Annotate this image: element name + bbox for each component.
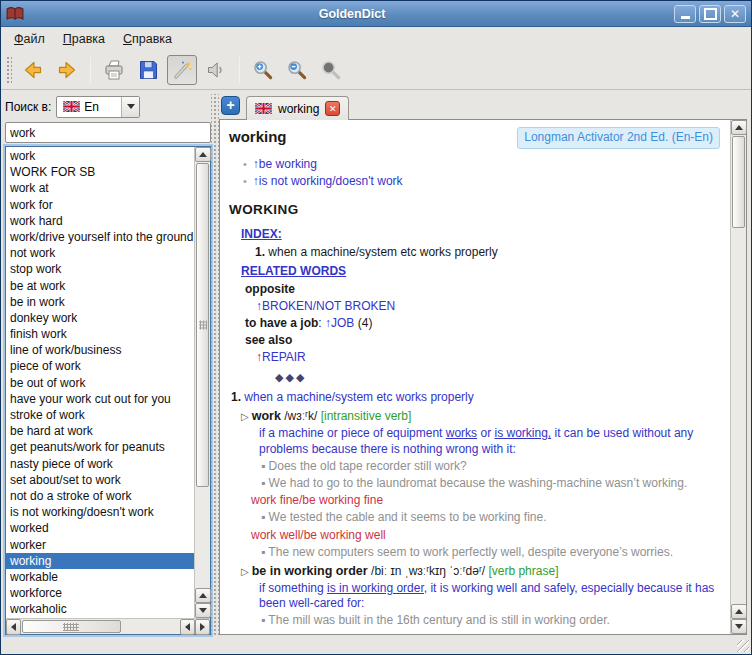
scroll-down-icon[interactable]	[195, 603, 211, 618]
zoom-reset-button[interactable]	[316, 55, 346, 85]
maximize-button[interactable]	[699, 5, 721, 23]
word-list-box: workWORK FOR SBwork atwork forwork hardw…	[5, 146, 211, 635]
scan-popup-wand-button[interactable]	[167, 55, 197, 85]
hscroll-thumb[interactable]	[22, 620, 121, 633]
list-item[interactable]: piece of work	[6, 358, 194, 374]
scroll-left-icon[interactable]	[6, 619, 21, 635]
search-input[interactable]	[5, 122, 211, 143]
scroll-up-icon[interactable]	[731, 604, 747, 619]
close-button[interactable]	[724, 5, 746, 23]
back-icon	[21, 58, 45, 82]
forward-button[interactable]	[52, 55, 82, 85]
list-item[interactable]: workaholic	[6, 601, 194, 617]
list-item[interactable]: line of work/business	[6, 342, 194, 358]
list-item[interactable]: worked	[6, 520, 194, 536]
zoom-out-icon	[285, 58, 309, 82]
word-list-vscrollbar[interactable]	[194, 147, 210, 618]
list-item[interactable]: work for	[6, 197, 194, 213]
scroll-up-icon[interactable]	[731, 120, 747, 135]
add-tab-button[interactable]: +	[221, 96, 240, 115]
list-item[interactable]: be hard at work	[6, 423, 194, 439]
list-item[interactable]: workforce	[6, 585, 194, 601]
entry-be-in-working-order: ▷be in working order /biː ɪn ˌwɜːʳkɪŋ ˈɔ…	[229, 563, 720, 629]
list-item[interactable]: work hard	[6, 213, 194, 229]
window-title: GoldenDict	[30, 7, 674, 21]
list-item[interactable]: be in work	[6, 294, 194, 310]
tab-working[interactable]: working ✕	[246, 96, 349, 120]
list-item[interactable]: be out of work	[6, 375, 194, 391]
def-link[interactable]: is in working order,	[327, 581, 427, 595]
zoom-in-button[interactable]	[248, 55, 278, 85]
menu-help[interactable]: Справка	[116, 29, 179, 49]
article-pane: + working ✕ working	[219, 94, 747, 635]
dictionary-badge[interactable]: Longman Activator 2nd Ed. (En-En)	[517, 127, 720, 149]
article-vscrollbar[interactable]	[730, 120, 746, 634]
job-link[interactable]: ↑JOB	[325, 316, 354, 330]
def-link[interactable]: works	[446, 426, 477, 440]
index-link[interactable]: INDEX:	[241, 227, 282, 241]
dictionary-group-select[interactable]: En	[56, 96, 140, 118]
top-link[interactable]: ↑be working	[253, 157, 317, 171]
menu-edit[interactable]: Правка	[56, 29, 112, 49]
minimize-button[interactable]	[674, 5, 696, 23]
main-area: Поиск в: En	[1, 90, 751, 637]
list-item[interactable]: have your work cut out for you	[6, 391, 194, 407]
list-item[interactable]: workable	[6, 569, 194, 585]
repair-link[interactable]: ↑REPAIR	[256, 350, 306, 364]
zoom-base-icon	[319, 58, 343, 82]
vscroll-thumb[interactable]	[732, 136, 745, 228]
opposite-link[interactable]: ↑BROKEN/NOT BROKEN	[256, 299, 395, 313]
toolbar-drag-handle[interactable]	[5, 55, 12, 85]
list-item[interactable]: not do a stroke of work	[6, 488, 194, 504]
zoom-out-button[interactable]	[282, 55, 312, 85]
save-button[interactable]	[133, 55, 163, 85]
list-item[interactable]: working	[6, 553, 194, 569]
bullet-icon: •	[243, 175, 247, 187]
article-content[interactable]: working Longman Activator 2nd Ed. (En-En…	[220, 120, 730, 634]
close-tab-button[interactable]: ✕	[325, 101, 340, 116]
list-item[interactable]: WORK FOR SB	[6, 164, 194, 180]
print-button[interactable]	[99, 55, 129, 85]
related-words-link[interactable]: RELATED WORDS	[241, 264, 346, 278]
pane-splitter[interactable]	[211, 94, 219, 635]
phonetic: /wɜːʳk/	[284, 409, 317, 423]
status-bar	[1, 637, 751, 654]
title-bar[interactable]: GoldenDict	[1, 1, 751, 27]
example: ▪ Does the old tape recorder still work?	[261, 459, 720, 475]
list-item[interactable]: worker	[6, 537, 194, 553]
vscroll-thumb[interactable]	[196, 163, 209, 487]
scroll-up-icon[interactable]	[195, 147, 211, 162]
list-item[interactable]: work at	[6, 180, 194, 196]
list-item[interactable]: finish work	[6, 326, 194, 342]
list-item[interactable]: stop work	[6, 261, 194, 277]
resize-grip-icon[interactable]	[737, 640, 749, 652]
list-item[interactable]: donkey work	[6, 310, 194, 326]
sense-title-link[interactable]: when a machine/system etc works properly	[244, 390, 473, 404]
list-item[interactable]: work	[6, 148, 194, 164]
scroll-right-icon[interactable]	[195, 619, 210, 635]
list-item[interactable]: work/drive yourself into the ground	[6, 229, 194, 245]
search-pane: Поиск в: En	[5, 94, 211, 635]
menu-file[interactable]: Файл	[7, 29, 52, 49]
word-list-hscrollbar[interactable]	[6, 618, 210, 634]
def-link[interactable]: is working,	[494, 426, 551, 440]
entry-work: ▷work /wɜːʳk/ [intransitive verb] if a m…	[229, 408, 720, 560]
list-item[interactable]: not work	[6, 245, 194, 261]
pronounce-sound-button[interactable]	[201, 55, 231, 85]
tab-label: working	[278, 102, 319, 116]
word-list: workWORK FOR SBwork atwork forwork hardw…	[6, 147, 194, 618]
back-button[interactable]	[18, 55, 48, 85]
list-item[interactable]: set about/set to work	[6, 472, 194, 488]
scroll-down-icon[interactable]	[731, 619, 747, 634]
uk-flag-icon	[63, 101, 80, 112]
scroll-up-icon[interactable]	[195, 588, 211, 603]
list-item[interactable]: be at work	[6, 278, 194, 294]
list-item[interactable]: is not working/doesn't work	[6, 504, 194, 520]
list-item[interactable]: get peanuts/work for peanuts	[6, 439, 194, 455]
scroll-left-icon[interactable]	[180, 619, 195, 635]
top-link[interactable]: ↑is not working/doesn't work	[253, 174, 403, 188]
list-item[interactable]: stroke of work	[6, 407, 194, 423]
combo-dropdown-arrow-icon[interactable]	[121, 97, 139, 117]
part-of-speech: [intransitive verb]	[321, 409, 412, 423]
list-item[interactable]: nasty piece of work	[6, 456, 194, 472]
